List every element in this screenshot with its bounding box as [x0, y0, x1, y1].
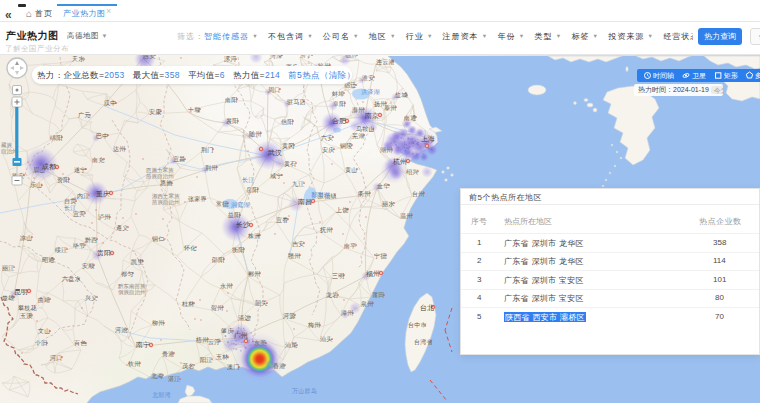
svg-text:梧州: 梧州 [195, 336, 208, 344]
svg-text:贵阳: 贵阳 [97, 249, 111, 257]
svg-text:茂名: 茂名 [182, 363, 194, 370]
svg-text:漯河: 漯河 [224, 55, 236, 62]
svg-text:绵阳: 绵阳 [50, 135, 62, 142]
svg-text:六安: 六安 [321, 134, 333, 141]
svg-text:百色: 百色 [74, 340, 87, 347]
svg-text:黄山: 黄山 [345, 167, 357, 173]
svg-text:莆田: 莆田 [372, 292, 384, 299]
svg-text:钦州: 钦州 [127, 360, 140, 367]
svg-text:汉中: 汉中 [104, 100, 116, 106]
svg-text:东莞: 东莞 [254, 339, 266, 346]
svg-text:温州: 温州 [400, 212, 412, 219]
svg-text:重庆: 重庆 [96, 190, 110, 197]
svg-text:济宁: 济宁 [300, 55, 312, 58]
svg-text:贺州: 贺州 [211, 305, 223, 312]
svg-text:昆明: 昆明 [14, 288, 28, 296]
svg-text:韶关: 韶关 [255, 299, 267, 307]
svg-text:淮安: 淮安 [362, 74, 374, 81]
svg-text:巴中: 巴中 [96, 133, 108, 139]
svg-text:安顺: 安顺 [82, 262, 94, 269]
svg-text:凉山: 凉山 [20, 234, 32, 241]
svg-text:恩施: 恩施 [160, 180, 172, 186]
svg-text:苗族自治州: 苗族自治州 [145, 173, 174, 180]
svg-text:长江: 长江 [242, 177, 255, 183]
svg-text:香港: 香港 [273, 362, 285, 370]
svg-text:南通: 南通 [404, 114, 416, 121]
svg-text:安康: 安康 [149, 108, 161, 116]
svg-text:澳门: 澳门 [227, 363, 239, 371]
svg-text:达州: 达州 [113, 146, 125, 153]
svg-text:绥江: 绥江 [55, 247, 67, 253]
svg-text:柳州: 柳州 [152, 320, 164, 326]
svg-text:宜春: 宜春 [276, 216, 288, 224]
svg-text:连云港: 连云港 [376, 59, 395, 66]
svg-text:泰州: 泰州 [384, 105, 396, 112]
svg-text:文山: 文山 [38, 327, 50, 334]
svg-text:宜宾: 宜宾 [73, 210, 85, 217]
svg-text:上饶: 上饶 [335, 207, 348, 214]
svg-text:荆门: 荆门 [201, 146, 213, 153]
svg-text:吉安: 吉安 [292, 240, 304, 248]
svg-text:台中市: 台中市 [408, 321, 427, 329]
svg-text:泉州: 泉州 [360, 301, 373, 307]
svg-text:合肥: 合肥 [332, 117, 346, 125]
svg-text:益阳: 益阳 [228, 212, 240, 219]
svg-text:荆州: 荆州 [205, 165, 217, 171]
svg-text:北部湾: 北部湾 [152, 391, 171, 399]
svg-text:丽水: 丽水 [382, 200, 394, 208]
svg-text:铜陵: 铜陵 [339, 142, 352, 149]
svg-text:楚雄: 楚雄 [1, 294, 14, 302]
svg-text:黄冈: 黄冈 [282, 143, 294, 150]
svg-text:郴州: 郴州 [248, 271, 260, 277]
svg-text:桂林: 桂林 [181, 301, 195, 307]
svg-text:九江: 九江 [292, 181, 304, 187]
svg-text:襄阳: 襄阳 [226, 117, 238, 125]
svg-text:个旧: 个旧 [34, 340, 47, 347]
svg-text:南充: 南充 [92, 157, 104, 164]
svg-text:阳江: 阳江 [200, 357, 212, 364]
svg-text:洞庭湖: 洞庭湖 [231, 201, 250, 208]
svg-text:湛江: 湛江 [168, 376, 180, 382]
svg-text:周口: 周口 [268, 87, 280, 94]
svg-text:贵港: 贵港 [162, 351, 174, 358]
svg-text:株洲: 株洲 [247, 233, 260, 239]
svg-text:黄石: 黄石 [284, 160, 296, 168]
svg-text:怀化: 怀化 [183, 245, 196, 252]
svg-text:宜昌: 宜昌 [173, 155, 185, 163]
svg-text:攀枝花: 攀枝花 [18, 305, 37, 312]
svg-text:万山群岛: 万山群岛 [292, 388, 317, 395]
svg-text:长江: 长江 [64, 205, 77, 211]
svg-text:滁州: 滁州 [352, 107, 364, 113]
svg-text:马鞍山: 马鞍山 [356, 126, 375, 132]
svg-text:十堰: 十堰 [187, 106, 200, 113]
svg-text:随州: 随州 [249, 130, 261, 138]
svg-text:南宁: 南宁 [136, 341, 150, 348]
svg-text:安庆: 安庆 [322, 146, 334, 153]
svg-text:梅州: 梅州 [307, 322, 320, 329]
svg-text:漳州: 漳州 [341, 309, 353, 316]
svg-text:泸州: 泸州 [98, 214, 110, 220]
svg-text:信阳: 信阳 [281, 119, 293, 126]
svg-text:云浮: 云浮 [208, 338, 220, 345]
svg-text:赣州: 赣州 [288, 252, 300, 259]
svg-text:凯里: 凯里 [131, 259, 144, 266]
svg-text:清远: 清远 [238, 314, 250, 321]
svg-text:肇庆: 肇庆 [221, 327, 233, 334]
svg-text:资阳: 资阳 [57, 177, 69, 184]
svg-text:兴义: 兴义 [85, 294, 97, 301]
svg-text:河池: 河池 [115, 327, 127, 334]
svg-text:常德: 常德 [216, 201, 229, 208]
svg-text:铜仁: 铜仁 [151, 235, 164, 242]
svg-text:金华: 金华 [376, 183, 390, 189]
svg-text:蚌埠: 蚌埠 [332, 91, 344, 97]
svg-text:鄱阳湖: 鄱阳湖 [311, 191, 330, 199]
svg-text:都匀: 都匀 [121, 271, 133, 278]
svg-text:龙岩: 龙岩 [326, 292, 338, 299]
svg-text:成都: 成都 [42, 163, 56, 171]
svg-text:三明: 三明 [332, 273, 344, 279]
svg-text:杭州: 杭州 [392, 158, 407, 166]
svg-text:玉溪: 玉溪 [20, 312, 32, 319]
svg-text:汕头: 汕头 [320, 336, 332, 342]
svg-text:台湾省: 台湾省 [414, 338, 433, 346]
svg-text:丽江: 丽江 [2, 264, 14, 272]
